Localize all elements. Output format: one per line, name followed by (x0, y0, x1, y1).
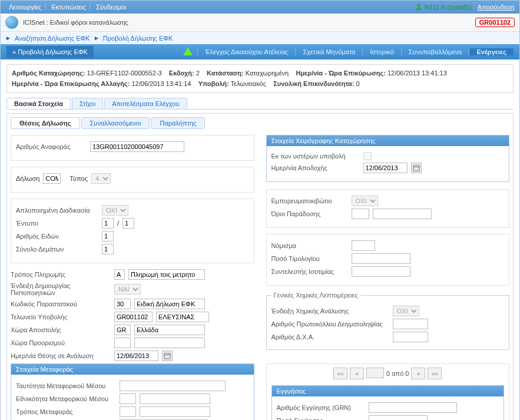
logout-link[interactable]: Αποσύνδεση (478, 4, 515, 11)
nav-attachments[interactable]: Συνυποβαλλόμενα (401, 48, 469, 55)
manual-entry-header: Στοιχεία Χειρόγραφης Καταχώρησης (267, 135, 509, 146)
dest-code-input[interactable] (114, 338, 131, 348)
doc-desc-input[interactable] (134, 299, 205, 309)
subtab-consignee[interactable]: Παραλήπτης (151, 117, 205, 129)
typos-select[interactable]: 4 (91, 173, 111, 184)
cust-desc-input[interactable] (156, 312, 209, 322)
meta-status-label: Κατάσταση: (207, 70, 244, 77)
entypo-label: Έντυπο (16, 220, 98, 227)
meta-status: Καταχωρημένη (246, 70, 289, 77)
meta-risk-label: Συνολική Επικινδυνότητα: (273, 80, 354, 87)
consume-dt-input[interactable] (114, 350, 158, 361)
menu-syndesmoi[interactable]: Σύνδεσμοι (92, 4, 130, 11)
ref-input[interactable] (90, 141, 184, 152)
entypo-b-input[interactable] (122, 218, 134, 229)
pay-label: Τρόπος Πληρωμής (11, 271, 111, 278)
pager-label: 0 από 0 (386, 368, 409, 379)
subtab-traders[interactable]: Συναλλασσόμενοι (81, 117, 150, 129)
tab-basic[interactable]: Βασικά Στοιχεία (6, 98, 71, 109)
nav-messages[interactable]: Σχετικά Μηνύματα (295, 48, 362, 55)
pager-first[interactable]: «« (333, 368, 347, 379)
mode-label: Τρόπος Μεταφοράς (16, 408, 116, 415)
late-checkbox[interactable] (363, 152, 372, 160)
breadcrumb-search[interactable]: Αναζήτηση Δήλωσης ΕΦΚ (15, 35, 90, 42)
currency-input[interactable] (352, 240, 375, 251)
mode-desc-input[interactable] (140, 406, 210, 417)
tab-lines[interactable]: Στίχοι (72, 98, 103, 109)
identity-label: Ταυτότητα Μεταφορικού Μέσου (16, 382, 116, 389)
protocol-input[interactable] (393, 319, 428, 329)
nationality-desc-input[interactable] (140, 393, 210, 404)
cust-label: Τελωνείο Υποβολής (11, 313, 111, 320)
calendar-icon[interactable] (411, 163, 422, 173)
nav-history[interactable]: Ιστορικό (362, 48, 400, 55)
subtab-positions[interactable]: Θέσεις Δήλωσης (11, 117, 80, 129)
entypo-a-input[interactable] (102, 218, 114, 229)
chem-ind-select[interactable]: ΟΧΙ (393, 306, 419, 316)
nav-actions[interactable]: Ενέργειες (469, 48, 514, 55)
dxa-label: Αριθμός Δ.Χ.Α. (271, 333, 389, 340)
arrow-up-icon[interactable] (178, 46, 197, 58)
tab-results[interactable]: Αποτελέσματα Ελέγχου (104, 98, 187, 109)
eidon-label: Αριθμός Ειδών (16, 233, 98, 240)
pager-next[interactable]: » (411, 368, 425, 379)
meta-submit: Τελωνειακός (231, 80, 266, 87)
grn-input[interactable] (369, 402, 457, 413)
globe-icon (5, 16, 18, 29)
meta-validatedt-label: Ημερ/νία - Ώρα Επικύρωσης: (296, 70, 385, 77)
container-select[interactable]: ΟΧΙ (352, 196, 378, 206)
eidon-input[interactable] (102, 231, 114, 242)
svg-rect-1 (164, 353, 170, 359)
user-name: fn111 ln (custoff1) (425, 4, 472, 11)
dest-desc-input[interactable] (134, 338, 205, 348)
menu-ektyposeis[interactable]: Εκτυπώσεις (48, 4, 90, 11)
chem-ind-label: Ένδειξη Χημικής Ανάλυσης (271, 307, 389, 315)
meta-submit-label: Υποβολή: (198, 80, 229, 87)
dispatch-code-input[interactable] (114, 325, 131, 335)
pay-desc-input[interactable] (128, 269, 205, 280)
pay-code-input[interactable] (114, 269, 125, 280)
sub-tabs: Θέσεις Δήλωσης Συναλλασσόμενοι Παραλήπτη… (11, 117, 509, 129)
guarantee-amount-input[interactable] (369, 415, 428, 420)
pager-last[interactable]: »» (428, 368, 442, 379)
calendar-icon[interactable] (162, 350, 173, 361)
currency-label: Νόμισμα (271, 242, 348, 249)
declaration-meta: Αριθμός Καταχώρησης: 13-GREF1102-0000552… (6, 64, 514, 93)
office-badge: GR001102 (475, 18, 515, 27)
delivery-code-input[interactable] (352, 209, 369, 219)
dematon-input[interactable] (102, 244, 114, 254)
protocol-label: Αριθμός Πρωτοκόλλου Δειγματοληψίας (271, 320, 389, 328)
doc-code-input[interactable] (114, 299, 131, 309)
slash: / (117, 220, 119, 227)
dilosi-label: Δήλωση (16, 175, 39, 182)
accept-dt-input[interactable] (363, 163, 408, 173)
app-title: ICISnet : Ειδικοί φόροι κατανάλωσης (23, 19, 475, 26)
invoice-input[interactable] (352, 253, 410, 264)
dxa-input[interactable] (393, 332, 428, 342)
nationality-code-input[interactable] (120, 393, 136, 404)
delivery-desc-input[interactable] (373, 209, 432, 219)
nationality-label: Εθνικότητα Μεταφορικού Μέσου (16, 395, 116, 402)
dilosi-input[interactable] (43, 173, 61, 184)
rate-input[interactable] (352, 266, 410, 277)
breadcrumb: ▸ Αναζήτηση Δήλωσης ΕΦΚ ▸ Προβολή Δήλωση… (1, 32, 519, 44)
page-navbar: » Προβολή Δήλωσης ΕΦΚ Έλεγχος Δικαιούχου… (1, 44, 519, 59)
menu-leitourgies[interactable]: Λειτουργίες (5, 4, 45, 11)
breadcrumb-view[interactable]: Προβολή Δήλωσης ΕΦΚ (103, 35, 173, 42)
identity-input[interactable] (120, 381, 226, 391)
svg-rect-3 (413, 166, 419, 171)
dispatch-desc-input[interactable] (134, 325, 205, 335)
doc-label: Κωδικός Παραστατικού (11, 300, 111, 307)
simpl-select[interactable]: ΟΧΙ (102, 205, 128, 216)
cert-select[interactable]: ΝΑΙ (114, 284, 141, 295)
delivery-label: Όροι Παράδοσης (271, 210, 348, 217)
top-menu-bar: Λειτουργίες Εκτυπώσεις Σύνδεσμοι fn111 l… (1, 1, 519, 14)
meta-ekdosi-label: Εκδοχή: (169, 70, 194, 77)
transport-header: Στοιχεία Μεταφοράς (11, 364, 254, 375)
cust-code-input[interactable] (114, 312, 153, 322)
pager-prev[interactable]: « (350, 368, 364, 379)
mode-code-input[interactable] (120, 406, 136, 417)
nav-atelia[interactable]: Έλεγχος Δικαιούχου Ατέλειας (197, 48, 295, 55)
cert-label: Ένδειξη Δημιουργίας Πιστοποιητικών (11, 282, 111, 296)
guarantee-section: Εγγυήσεις Αριθμός Εγγύησης (GRN) Ποσό Εγ… (271, 385, 505, 420)
